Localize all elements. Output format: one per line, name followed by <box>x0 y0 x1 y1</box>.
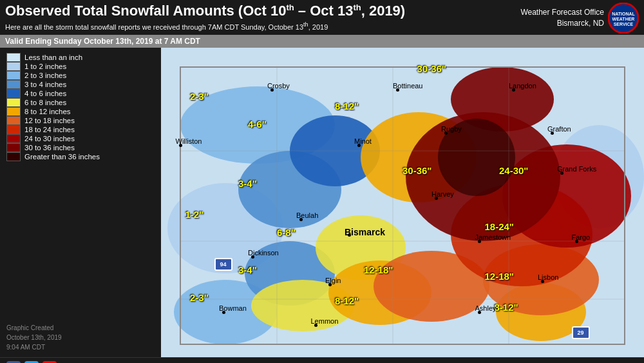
city-label: Fargo <box>572 233 591 241</box>
legend-color-swatch <box>6 71 21 80</box>
nws-logo: NATIONAL WEATHER SERVICE <box>608 3 639 34</box>
legend-item-label: 18 to 24 inches <box>24 126 75 133</box>
snowfall-amount-label: 8-12" <box>335 101 359 112</box>
legend-color-swatch <box>6 62 21 71</box>
city-dot <box>251 255 254 259</box>
legend-color-swatch <box>6 134 21 143</box>
valid-bar: Valid Ending Sunday October 13th, 2019 a… <box>0 35 644 48</box>
city-dot <box>551 132 554 135</box>
snowfall-amount-label: 30-36" <box>402 165 431 176</box>
snowfall-amount-label: 8-12" <box>335 295 359 306</box>
legend-item: 1 to 2 inches <box>6 62 155 71</box>
snowfall-amount-label: 12-18" <box>364 264 393 275</box>
legend-item-label: 1 to 2 inches <box>24 63 66 70</box>
snowfall-amount-label: 24-30" <box>499 165 528 176</box>
legend-item: 4 to 6 inches <box>6 89 155 98</box>
subtitle: Here are all the storm total snowfall re… <box>5 21 520 31</box>
svg-text:SERVICE: SERVICE <box>614 22 634 26</box>
snowfall-amount-label: 30-36" <box>417 63 446 74</box>
legend-color-swatch <box>6 143 21 152</box>
city-dot <box>435 197 438 200</box>
snowfall-amount-label: 3-4" <box>238 178 257 189</box>
facebook-icon[interactable]: f <box>6 361 21 364</box>
legend-item: 24 to 30 inches <box>6 134 155 143</box>
snowfall-amount-label: 12-18" <box>485 271 514 282</box>
legend-item: 12 to 18 inches <box>6 116 155 125</box>
legend-item-label: Greater than 36 inches <box>24 153 100 161</box>
legend-item: 2 to 3 inches <box>6 71 155 80</box>
city-label: Elgin <box>325 277 341 284</box>
legend: Less than an inch 1 to 2 inches 2 to 3 i… <box>0 48 161 357</box>
title-block: Observed Total Snowfall Amounts (Oct 10t… <box>5 3 520 30</box>
legend-item-label: 2 to 3 inches <box>24 72 66 79</box>
legend-items: Less than an inch 1 to 2 inches 2 to 3 i… <box>6 53 155 161</box>
twitter-icon[interactable]: 🐦 <box>24 361 39 364</box>
main-title: Observed Total Snowfall Amounts (Oct 10t… <box>5 3 520 20</box>
legend-color-swatch <box>6 80 21 89</box>
legend-item-label: Less than an inch <box>24 54 82 61</box>
wfo-line2: Bismarck, ND <box>520 18 604 29</box>
city-dot <box>314 324 317 327</box>
legend-item-label: 3 to 4 inches <box>24 81 66 88</box>
legend-item: 30 to 36 inches <box>6 143 155 152</box>
snowfall-amount-label: 1-2" <box>185 209 204 220</box>
legend-item-label: 8 to 12 inches <box>24 108 71 115</box>
legend-color-swatch <box>6 125 21 134</box>
svg-text:WEATHER: WEATHER <box>612 17 635 21</box>
snowfall-amount-label: 2-3" <box>190 292 209 303</box>
wfo-line1: Weather Forecast Office <box>520 7 604 18</box>
city-dot <box>179 144 182 147</box>
legend-color-swatch <box>6 89 21 98</box>
city-dot <box>396 88 399 92</box>
highway-shield: 94 <box>214 258 232 271</box>
legend-color-swatch <box>6 116 21 125</box>
legend-item-label: 30 to 36 inches <box>24 144 75 152</box>
map-area: 2-3"4-6"8-12"30-36"30-36"24-30"18-24"1-2… <box>161 48 644 357</box>
legend-item-label: 6 to 8 inches <box>24 99 66 106</box>
footer: f 🐦 ▶ NWSBismarck weather.gov/bis <box>0 357 644 363</box>
legend-color-swatch <box>6 98 21 107</box>
legend-item-label: 24 to 30 inches <box>24 135 75 142</box>
legend-color-swatch <box>6 152 21 161</box>
city-dot <box>512 88 515 92</box>
snowfall-amount-label: 18-24" <box>485 221 514 232</box>
content: Less than an inch 1 to 2 inches 2 to 3 i… <box>0 48 644 357</box>
svg-text:NATIONAL: NATIONAL <box>612 12 635 16</box>
wfo-block: Weather Forecast Office Bismarck, ND NAT… <box>520 3 639 34</box>
graphic-created: Graphic Created October 13th, 2019 9:04 … <box>6 317 155 352</box>
city-dot <box>444 132 448 135</box>
legend-item-label: 12 to 18 inches <box>24 117 75 124</box>
snowfall-amount-label: 2-3" <box>190 91 209 102</box>
snowfall-amount-label: 6-8" <box>277 227 296 238</box>
legend-item: Less than an inch <box>6 53 155 62</box>
snowfall-amount-label: 8-12" <box>495 302 518 313</box>
snowfall-amount-label: 3-4" <box>238 264 257 275</box>
city-label: Minot <box>354 137 372 145</box>
city-dot <box>270 88 274 92</box>
city-dot <box>575 240 578 243</box>
youtube-icon[interactable]: ▶ <box>43 361 57 364</box>
legend-color-swatch <box>6 53 21 62</box>
legend-item: Greater than 36 inches <box>6 152 155 161</box>
legend-item: 6 to 8 inches <box>6 98 155 107</box>
legend-item: 3 to 4 inches <box>6 80 155 89</box>
social-links: f 🐦 ▶ NWSBismarck <box>6 361 113 364</box>
legend-color-swatch <box>6 107 21 116</box>
highway-shield: 29 <box>572 326 590 339</box>
legend-item-label: 4 to 6 inches <box>24 90 66 97</box>
header: Observed Total Snowfall Amounts (Oct 10t… <box>0 0 644 35</box>
legend-item: 8 to 12 inches <box>6 107 155 116</box>
snowfall-amount-label: 4-6" <box>248 119 267 130</box>
legend-item: 18 to 24 inches <box>6 125 155 134</box>
